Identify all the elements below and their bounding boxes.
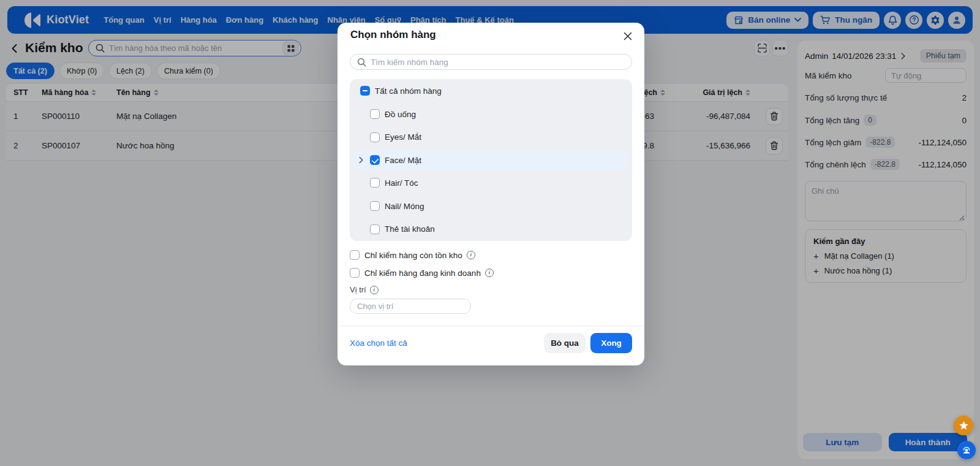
info-icon: i <box>370 286 379 294</box>
tree-item-all-groups[interactable]: Tất cả nhóm hàng <box>350 80 632 103</box>
tree-item-hair-toc[interactable]: Hair/ Tóc <box>350 172 632 195</box>
tree-item-do-uong[interactable]: Đồ uống <box>350 102 632 126</box>
checkbox-unchecked[interactable] <box>370 132 380 142</box>
group-search <box>350 54 632 70</box>
info-icon: i <box>467 251 475 259</box>
select-group-modal: Chọn nhóm hàng Tất cả nhóm hàng Đồ uống … <box>337 23 644 365</box>
option-active-products[interactable]: Chỉ kiểm hàng đang kinh doanh i <box>350 268 494 278</box>
checkbox-indeterminate[interactable] <box>360 86 370 96</box>
location-label: Vị trí i <box>350 285 379 294</box>
tree-item-nail-mong[interactable]: Nail/ Móng <box>350 194 632 218</box>
support-agent-icon <box>962 445 971 455</box>
checkbox-unchecked[interactable] <box>370 224 380 234</box>
location-input[interactable] <box>350 299 471 314</box>
search-icon <box>357 58 366 67</box>
option-in-stock[interactable]: Chỉ kiểm hàng còn tồn kho i <box>350 250 475 260</box>
group-tree: Tất cả nhóm hàng Đồ uống Eyes/ Mắt Face/… <box>350 79 632 241</box>
tree-item-eyes-mat[interactable]: Eyes/ Mắt <box>350 126 632 149</box>
expand-chevron-icon[interactable] <box>359 157 363 164</box>
checkbox-unchecked[interactable] <box>350 250 360 260</box>
done-button[interactable]: Xong <box>590 333 632 353</box>
footer-divider <box>337 326 644 326</box>
clear-all-link[interactable]: Xóa chọn tất cả <box>350 338 407 348</box>
checkbox-checked[interactable] <box>370 155 380 165</box>
checkbox-unchecked[interactable] <box>370 178 380 188</box>
skip-button[interactable]: Bỏ qua <box>544 333 586 353</box>
feedback-float-button[interactable] <box>954 416 973 435</box>
checkbox-unchecked[interactable] <box>370 201 380 211</box>
close-icon[interactable] <box>621 29 635 43</box>
tree-item-face-mat[interactable]: Face/ Mặt <box>353 150 628 170</box>
star-icon <box>959 421 969 431</box>
checkbox-unchecked[interactable] <box>370 109 380 119</box>
info-icon: i <box>485 269 494 277</box>
checkbox-unchecked[interactable] <box>350 268 360 278</box>
support-float-button[interactable] <box>957 441 976 459</box>
modal-title: Chọn nhóm hàng <box>350 29 436 41</box>
tree-item-the-tai-khoan[interactable]: Thẻ tài khoản <box>350 218 632 241</box>
group-search-input[interactable] <box>371 58 631 67</box>
